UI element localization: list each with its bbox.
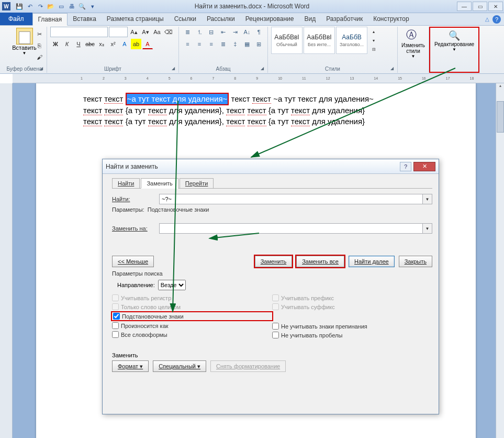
- clipboard-dialog-launcher[interactable]: ◢: [40, 66, 45, 71]
- opt-word-forms[interactable]: Все словоформы: [112, 331, 272, 338]
- sort-icon[interactable]: A↓: [242, 27, 253, 37]
- line-spacing-icon[interactable]: ‡: [230, 39, 241, 49]
- opt-suffix[interactable]: Учитывать суффикс: [272, 303, 432, 310]
- document-text[interactable]: текст текст ~а тут текст для удаления~ т…: [83, 93, 429, 127]
- styles-dialog-launcher[interactable]: ◢: [390, 66, 396, 71]
- qat-save-icon[interactable]: 💾: [15, 2, 24, 11]
- subscript-button[interactable]: x₂: [96, 39, 107, 49]
- style-up-icon[interactable]: ▴: [368, 27, 379, 36]
- style-down-icon[interactable]: ▾: [368, 36, 379, 45]
- style-more-icon[interactable]: ⊟: [368, 45, 379, 53]
- font-color-icon[interactable]: A: [142, 39, 153, 49]
- replace-button[interactable]: Заменить: [255, 256, 292, 267]
- highlight-icon[interactable]: ab: [131, 39, 141, 49]
- bullets-icon[interactable]: ≣: [182, 27, 193, 37]
- direction-select[interactable]: Везде: [158, 280, 186, 290]
- replace-input[interactable]: [159, 223, 423, 234]
- replace-all-button[interactable]: Заменить все: [296, 256, 344, 267]
- shading-icon[interactable]: ▦: [242, 39, 253, 49]
- paragraph-dialog-launcher[interactable]: ◢: [261, 66, 266, 71]
- format-painter-icon[interactable]: 🖌: [34, 52, 44, 62]
- tab-home[interactable]: Главная: [32, 13, 68, 26]
- opt-ignore-punct[interactable]: Не учитывать знаки препинания: [272, 323, 432, 330]
- window-maximize-button[interactable]: ▭: [473, 2, 487, 11]
- tab-page-layout[interactable]: Разметка страницы: [102, 13, 169, 25]
- tab-view[interactable]: Вид: [299, 13, 321, 25]
- opt-ignore-space[interactable]: Не учитывать пробелы: [272, 332, 432, 338]
- opt-prefix[interactable]: Учитывать префикс: [272, 294, 432, 301]
- indent-dec-icon[interactable]: ⇤: [218, 27, 229, 37]
- window-minimize-button[interactable]: —: [457, 2, 472, 11]
- clear-format-icon[interactable]: ⌫: [163, 27, 174, 37]
- font-family-select[interactable]: [50, 27, 108, 37]
- align-left-icon[interactable]: ≡: [182, 39, 193, 49]
- shrink-font-icon[interactable]: A▾: [140, 27, 151, 37]
- dialog-help-button[interactable]: ?: [400, 162, 411, 171]
- underline-button[interactable]: Ч: [73, 39, 84, 49]
- italic-button[interactable]: К: [62, 39, 72, 49]
- style-heading1[interactable]: АаБбВЗаголово...: [336, 27, 367, 54]
- help-icon[interactable]: ?: [492, 15, 501, 24]
- bold-button[interactable]: Ж: [50, 39, 61, 49]
- multilevel-icon[interactable]: ⊟: [206, 27, 217, 37]
- vertical-scrollbar[interactable]: ▴: [496, 83, 504, 438]
- indent-inc-icon[interactable]: ⇥: [230, 27, 241, 37]
- font-dialog-launcher[interactable]: ◢: [172, 66, 177, 71]
- find-dropdown-icon[interactable]: ▼: [423, 194, 432, 204]
- style-nospacing[interactable]: АаБбВвІБез инте...: [304, 27, 335, 54]
- font-size-select[interactable]: [109, 27, 128, 37]
- horizontal-ruler[interactable]: 123456789101112131415161718: [13, 74, 504, 83]
- opt-sounds-like[interactable]: Произносится как: [112, 322, 272, 329]
- dialog-tab-goto[interactable]: Перейти: [180, 178, 214, 189]
- tab-review[interactable]: Рецензирование: [240, 13, 299, 25]
- close-button[interactable]: Закрыть: [399, 256, 432, 267]
- border-icon[interactable]: ⊞: [253, 39, 264, 49]
- superscript-button[interactable]: x²: [108, 39, 118, 49]
- qat-preview-icon[interactable]: 🔍: [77, 2, 87, 11]
- qat-redo-icon[interactable]: ↷: [36, 2, 45, 11]
- special-button[interactable]: Специальный ▾: [153, 360, 206, 372]
- qat-undo-icon[interactable]: ↶: [25, 2, 35, 11]
- change-styles-button[interactable]: Ⓐ Изменить стили ▼: [401, 27, 425, 60]
- ribbon-group-editing[interactable]: 🔍 Редактирование ▼: [429, 27, 479, 73]
- qat-dropdown-icon[interactable]: ▾: [88, 2, 97, 11]
- align-center-icon[interactable]: ≡: [194, 39, 205, 49]
- numbering-icon[interactable]: ⒈: [194, 27, 205, 37]
- qat-print-icon[interactable]: 🖶: [67, 2, 76, 11]
- copy-icon[interactable]: ⎘: [34, 40, 44, 51]
- tab-developer[interactable]: Разработчик: [321, 13, 368, 25]
- opt-match-case[interactable]: Учитывать регистр: [112, 294, 272, 301]
- scroll-thumb[interactable]: [497, 101, 504, 133]
- tab-insert[interactable]: Вставка: [68, 13, 102, 25]
- align-right-icon[interactable]: ≡: [206, 39, 217, 49]
- dialog-close-button[interactable]: ✕: [413, 162, 435, 171]
- opt-whole-word[interactable]: Только слово целиком: [112, 303, 272, 310]
- collapse-ribbon-icon[interactable]: △: [485, 16, 489, 22]
- tab-design[interactable]: Конструктор: [368, 13, 414, 25]
- qat-new-icon[interactable]: ▭: [57, 2, 66, 11]
- dialog-tab-find[interactable]: Найти: [112, 178, 140, 189]
- format-button[interactable]: Формат ▾: [112, 360, 149, 372]
- replace-dropdown-icon[interactable]: ▼: [423, 223, 432, 234]
- text-effects-icon[interactable]: A: [119, 39, 130, 49]
- find-input[interactable]: [159, 194, 423, 204]
- dialog-tab-replace[interactable]: Заменить: [141, 178, 178, 189]
- window-close-button[interactable]: ✕: [488, 2, 503, 11]
- qat-open-icon[interactable]: 📂: [46, 2, 55, 11]
- tab-mailings[interactable]: Рассылки: [201, 13, 240, 25]
- justify-icon[interactable]: ≣: [218, 39, 229, 49]
- opt-wildcards[interactable]: Подстановочные знаки: [113, 313, 184, 320]
- change-case-icon[interactable]: Aa: [152, 27, 162, 37]
- file-tab[interactable]: Файл: [0, 13, 32, 25]
- find-next-button[interactable]: Найти далее: [349, 256, 395, 267]
- style-normal[interactable]: АаБбВвІОбычный: [271, 27, 303, 54]
- vertical-ruler[interactable]: [0, 83, 13, 438]
- strike-button[interactable]: abc: [85, 39, 95, 49]
- show-marks-icon[interactable]: ¶: [253, 27, 264, 37]
- find-icon: 🔍: [449, 30, 460, 41]
- cut-icon[interactable]: ✂: [34, 29, 44, 39]
- less-button[interactable]: << Меньше: [112, 256, 154, 267]
- dialog-titlebar[interactable]: Найти и заменить ? ✕: [103, 159, 439, 174]
- tab-references[interactable]: Ссылки: [169, 13, 201, 25]
- grow-font-icon[interactable]: A▴: [129, 27, 139, 37]
